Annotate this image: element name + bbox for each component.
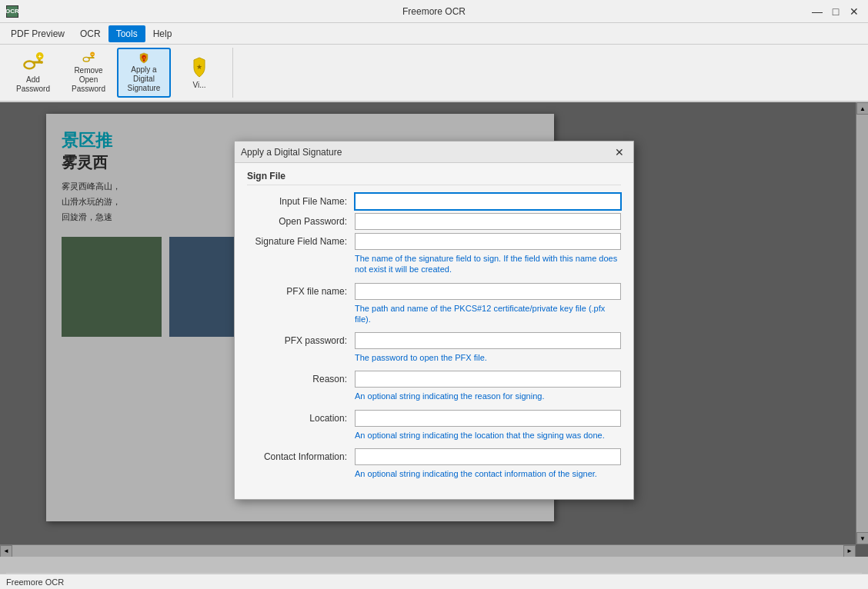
dialog-close-button[interactable]: ✕ [612,145,627,160]
pfx-file-name-input[interactable] [355,283,621,300]
input-file-name-field[interactable] [355,193,621,210]
app-title: Freemore OCR [402,6,466,17]
vi-label: Vi... [192,81,205,90]
badge-gold-icon: ★ [188,56,211,79]
toolbar-btn-apply-signature[interactable]: ★ Apply a DigitalSignature [117,48,171,98]
menu-ocr[interactable]: OCR [72,25,108,42]
signature-field-name-row: Signature Field Name: [247,233,621,250]
main-content: 景区推 雾灵西 雾灵西峰高山，山滑水玩的游，回旋滑，急速 雾灵西峰高落差168米… [0,102,868,557]
menu-bar: PDF Preview OCR Tools Help [0,23,868,45]
status-bar: Freemore OCR [0,574,868,589]
sign-file-section-header: Sign File [247,171,621,185]
dialog-title-bar: Apply a Digital Signature ✕ [235,141,633,163]
pfx-file-name-label: PFX file name: [247,286,355,297]
pfx-password-hint: The password to open the PFX file. [355,352,621,363]
close-app-button[interactable]: ✕ [846,4,862,19]
contact-info-label: Contact Information: [247,451,355,462]
pfx-file-hint: The path and name of the PKCS#12 certifi… [355,303,621,325]
open-password-field[interactable] [355,213,621,230]
input-file-name-row: Input File Name: [247,193,621,210]
reason-input[interactable] [355,371,621,388]
svg-rect-9 [93,57,95,58]
contact-info-input[interactable] [355,448,621,465]
menu-tools[interactable]: Tools [108,25,145,42]
dialog-body: Sign File Input File Name: Open Password… [235,163,633,499]
apply-signature-label: Apply a DigitalSignature [122,65,166,93]
title-bar: OCR Freemore OCR — □ ✕ [0,0,868,23]
restore-button[interactable]: □ [828,4,843,19]
svg-rect-14 [143,59,145,61]
toolbar-btn-add-password[interactable]: + AddPassword [6,48,60,98]
toolbar-btn-vi[interactable]: ★ Vi... [172,48,226,98]
signature-field-hint: The name of the signature field to sign.… [355,253,621,275]
location-label: Location: [247,413,355,424]
reason-row: Reason: [247,371,621,388]
dialog-title: Apply a Digital Signature [241,147,342,158]
apply-signature-icon: ★ [131,52,157,64]
svg-rect-3 [41,62,43,64]
pfx-password-input[interactable] [355,332,621,349]
key-add-icon: + [22,52,45,74]
add-password-label: AddPassword [16,75,50,94]
title-bar-left: OCR [6,5,18,18]
toolbar-btn-remove-password[interactable]: − Remove OpenPassword [62,48,115,98]
menu-pdf-preview[interactable]: PDF Preview [3,25,72,42]
status-text: Freemore OCR [6,577,64,587]
pfx-file-name-row: PFX file name: [247,283,621,300]
svg-text:+: + [38,53,42,60]
input-file-name-label: Input File Name: [247,196,355,207]
menu-help[interactable]: Help [145,25,180,42]
location-row: Location: [247,410,621,427]
apply-signature-dialog: Apply a Digital Signature ✕ Sign File In… [234,141,634,500]
location-input[interactable] [355,410,621,427]
key-remove-icon: − [77,52,100,65]
remove-password-label: Remove OpenPassword [65,66,112,94]
pfx-password-label: PFX password: [247,335,355,346]
open-password-row: Open Password: [247,213,621,230]
svg-text:★: ★ [143,56,145,59]
toolbar-group-tools: + AddPassword − Remove OpenPassword [6,48,233,98]
signature-field-name-input[interactable] [355,233,621,250]
contact-hint: An optional string indicating the contac… [355,468,621,479]
open-password-label: Open Password: [247,216,355,227]
app-icon: OCR [6,5,18,18]
title-bar-controls: — □ ✕ [810,4,862,19]
contact-info-row: Contact Information: [247,448,621,465]
signature-field-name-label: Signature Field Name: [247,236,355,247]
pfx-password-row: PFX password: [247,332,621,349]
minimize-button[interactable]: — [810,4,825,19]
reason-hint: An optional string indicating the reason… [355,391,621,401]
location-hint: An optional string indicating the locati… [355,430,621,441]
reason-label: Reason: [247,374,355,384]
svg-text:★: ★ [196,63,202,71]
toolbar: + AddPassword − Remove OpenPassword [0,45,868,102]
